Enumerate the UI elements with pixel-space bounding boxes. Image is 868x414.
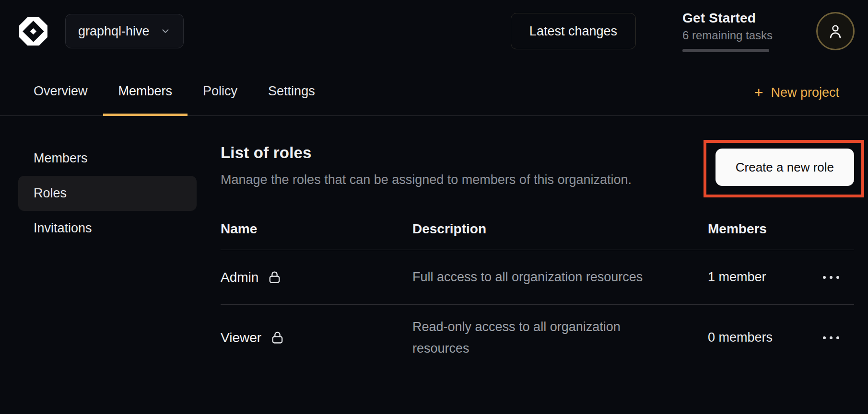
role-name: Admin [221,270,258,285]
get-started-widget[interactable]: Get Started 6 remaining tasks [682,11,769,52]
new-project-button[interactable]: + New project [754,62,839,116]
sidebar-item-invitations[interactable]: Invitations [18,211,197,246]
sidebar-item-members[interactable]: Members [18,141,197,176]
page-title: List of roles [221,144,693,162]
user-icon [826,22,845,40]
lock-icon [270,330,285,345]
tab-members[interactable]: Members [103,62,188,116]
column-header-description: Description [412,221,708,237]
annotation-highlight: Create a new role [704,140,864,197]
plus-icon: + [754,85,763,100]
org-selector[interactable]: graphql-hive [65,14,184,48]
get-started-progress-bar [682,49,769,52]
org-tab-bar: Overview Members Policy Settings + New p… [0,62,868,116]
members-sidebar: Members Roles Invitations [0,116,197,414]
column-header-name: Name [221,221,412,237]
role-member-count: 0 members [708,330,817,345]
role-description: Read-only access to all organization res… [412,316,674,359]
table-row-admin: Admin Full access to all organization re… [221,250,854,305]
table-row-viewer: Viewer Read-only access to all organizat… [221,305,854,370]
tab-settings[interactable]: Settings [253,62,330,116]
org-name: graphql-hive [78,24,150,39]
create-new-role-button[interactable]: Create a new role [716,149,854,186]
get-started-title: Get Started [682,11,769,26]
sidebar-item-roles[interactable]: Roles [18,176,197,211]
more-options-icon[interactable] [818,271,844,284]
tab-policy[interactable]: Policy [188,62,253,116]
latest-changes-button[interactable]: Latest changes [511,13,636,49]
column-header-members: Members [708,221,817,237]
role-member-count: 1 member [708,270,817,285]
role-description: Full access to all organization resource… [412,266,674,288]
get-started-subtitle: 6 remaining tasks [682,29,769,42]
new-project-label: New project [771,85,839,100]
roles-panel: List of roles Manage the roles that can … [197,116,868,414]
more-options-icon[interactable] [818,332,844,344]
hive-logo-icon[interactable] [18,16,49,47]
tab-overview[interactable]: Overview [18,62,103,116]
user-avatar[interactable] [816,12,855,50]
chevron-down-icon [160,26,171,36]
top-bar: graphql-hive Latest changes Get Started … [0,0,868,116]
roles-table: Name Description Members Admin Full acce… [221,215,854,370]
page-subtitle: Manage the roles that can be assigned to… [221,172,693,187]
role-name: Viewer [221,330,261,345]
roles-table-header: Name Description Members [221,215,854,250]
tab-bar-spacer [330,62,754,116]
lock-icon [267,270,282,285]
